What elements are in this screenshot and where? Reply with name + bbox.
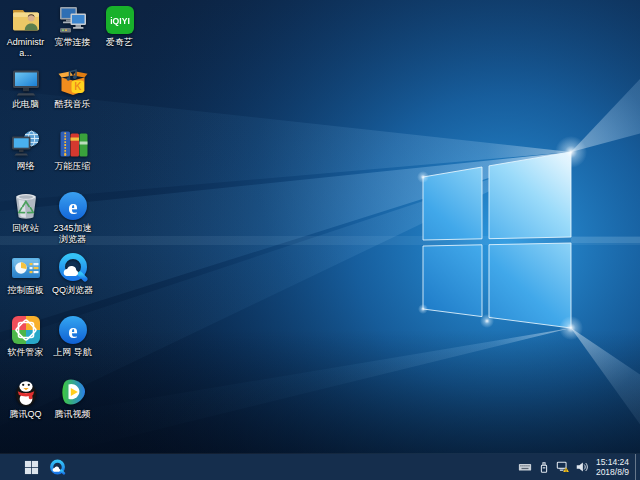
tray-icon-strip <box>516 454 592 480</box>
broadband-icon <box>57 4 89 36</box>
desktop-icon-area: Administra...宽带连接iQIYI爱奇艺此电脑K酷我音乐网络万能压缩回… <box>0 0 640 454</box>
clock-time: 15:14:24 <box>596 457 629 467</box>
taskbar-qq-browser-button[interactable] <box>44 454 70 480</box>
desktop-icon-kuwo-music[interactable]: K酷我音乐 <box>49 66 96 110</box>
icon-label: 腾讯视频 <box>49 409 96 420</box>
tray-network-warning-icon[interactable] <box>554 454 573 480</box>
control-panel-icon <box>10 252 42 284</box>
desktop-icon-wanneng-zip[interactable]: 万能压缩 <box>49 128 96 172</box>
icon-label: QQ浏览器 <box>49 285 96 296</box>
desktop-icon-network[interactable]: 网络 <box>2 128 49 172</box>
desktop-icon-software-manager[interactable]: 软件管家 <box>2 314 49 358</box>
desktop-icon-web-nav[interactable]: e上网 导航 <box>49 314 96 358</box>
windows-desktop: Administra...宽带连接iQIYI爱奇艺此电脑K酷我音乐网络万能压缩回… <box>0 0 640 480</box>
svg-text:e: e <box>68 319 77 343</box>
icon-label: 网络 <box>2 161 49 172</box>
desktop-icon-recycle-bin[interactable]: 回收站 <box>2 190 49 234</box>
user-folder-icon <box>10 4 42 36</box>
desktop-icon-tencent-video[interactable]: 腾讯视频 <box>49 376 96 420</box>
icon-label: 腾讯QQ <box>2 409 49 420</box>
icon-label: 上网 导航 <box>49 347 96 358</box>
windows-logo-icon <box>24 460 39 475</box>
browser-2345-icon: e <box>57 190 89 222</box>
wanneng-zip-icon <box>57 128 89 160</box>
network-icon <box>10 128 42 160</box>
icon-label: 控制面板 <box>2 285 49 296</box>
icon-label: 万能压缩 <box>49 161 96 172</box>
recycle-bin-icon <box>10 190 42 222</box>
desktop-icon-qq-browser[interactable]: QQ浏览器 <box>49 252 96 296</box>
desktop-icon-user-folder[interactable]: Administra... <box>2 4 49 58</box>
tencent-qq-icon <box>10 376 42 408</box>
icon-label: 软件管家 <box>2 347 49 358</box>
icon-label: 酷我音乐 <box>49 99 96 110</box>
desktop-icon-control-panel[interactable]: 控制面板 <box>2 252 49 296</box>
system-tray: 15:14:24 2018/8/9 <box>516 454 640 480</box>
qq-browser-icon <box>57 252 89 284</box>
svg-text:e: e <box>68 195 77 219</box>
icon-label: 2345加速浏览器 <box>49 223 96 244</box>
show-desktop-button[interactable] <box>635 454 640 480</box>
icon-label: 爱奇艺 <box>96 37 143 48</box>
tray-volume-icon[interactable] <box>573 454 592 480</box>
svg-text:iQIYI: iQIYI <box>110 16 130 26</box>
icon-label: 回收站 <box>2 223 49 234</box>
qq-browser-icon <box>49 459 66 476</box>
software-manager-icon <box>10 314 42 346</box>
clock-date: 2018/8/9 <box>596 467 629 477</box>
desktop-icon-tencent-qq[interactable]: 腾讯QQ <box>2 376 49 420</box>
desktop-icon-broadband[interactable]: 宽带连接 <box>49 4 96 48</box>
icon-label: 宽带连接 <box>49 37 96 48</box>
taskbar-clock[interactable]: 15:14:24 2018/8/9 <box>596 457 629 477</box>
desktop-icon-browser-2345[interactable]: e2345加速浏览器 <box>49 190 96 244</box>
taskbar: 15:14:24 2018/8/9 <box>0 454 640 480</box>
desktop-icon-iqiyi[interactable]: iQIYI爱奇艺 <box>96 4 143 48</box>
start-button[interactable] <box>18 454 44 480</box>
desktop-icon-this-pc[interactable]: 此电脑 <box>2 66 49 110</box>
icon-label: Administra... <box>2 37 49 58</box>
kuwo-music-icon: K <box>57 66 89 98</box>
tray-touch-keyboard-icon[interactable] <box>516 454 535 480</box>
iqiyi-icon: iQIYI <box>104 4 136 36</box>
tray-usb-device-icon[interactable] <box>535 454 554 480</box>
this-pc-icon <box>10 66 42 98</box>
tencent-video-icon <box>57 376 89 408</box>
web-nav-icon: e <box>57 314 89 346</box>
icon-label: 此电脑 <box>2 99 49 110</box>
svg-text:K: K <box>74 81 82 92</box>
